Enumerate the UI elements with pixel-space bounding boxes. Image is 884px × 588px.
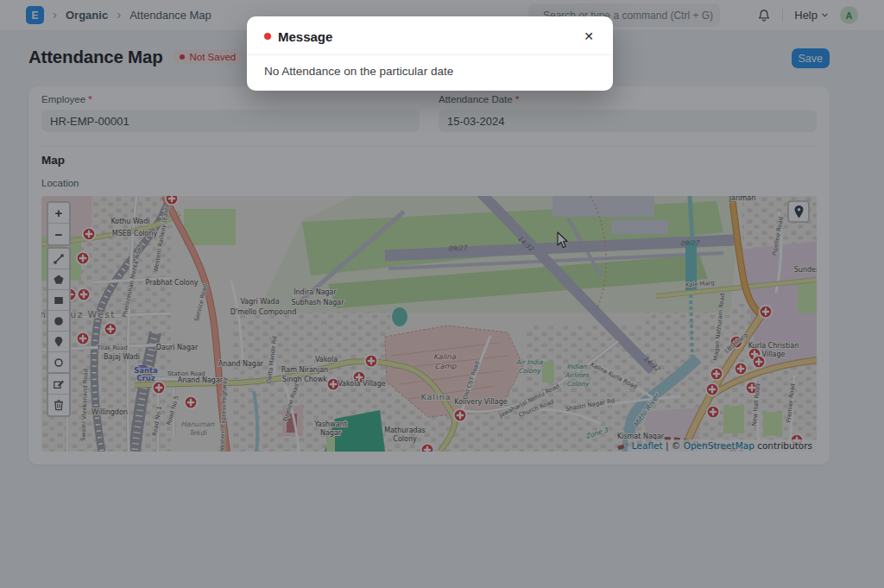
message-modal: Message ✕ No Attendance on the particula…	[247, 16, 613, 91]
modal-message-text: No Attendance on the particular date	[247, 55, 613, 91]
modal-close-button[interactable]: ✕	[580, 28, 597, 45]
modal-title: Message	[278, 29, 573, 44]
message-indicator-dot-icon	[264, 33, 271, 40]
modal-header: Message ✕	[247, 16, 613, 54]
